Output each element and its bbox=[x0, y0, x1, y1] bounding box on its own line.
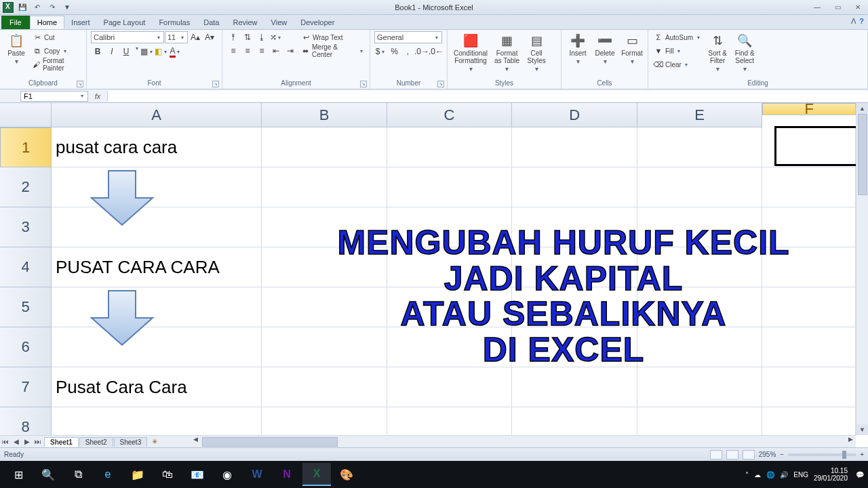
cell-D7[interactable] bbox=[512, 367, 637, 407]
tray-chevron-icon[interactable]: ˄ bbox=[745, 471, 749, 479]
cell-F7[interactable] bbox=[762, 367, 856, 407]
wrap-text-button[interactable]: ↩Wrap Text bbox=[300, 31, 366, 43]
cell-B7[interactable] bbox=[262, 367, 387, 407]
underline-button[interactable]: U bbox=[119, 45, 133, 58]
autosum-button[interactable]: ΣAutoSum▾ bbox=[652, 31, 703, 43]
increase-decimal-icon[interactable]: .0→ bbox=[415, 45, 429, 58]
copy-button[interactable]: ⧉Copy▾ bbox=[31, 45, 82, 57]
row-header-7[interactable]: 7 bbox=[0, 367, 52, 407]
cell-D1[interactable] bbox=[512, 127, 637, 167]
task-view-icon[interactable]: ⧉ bbox=[64, 463, 92, 486]
page-layout-view-icon[interactable] bbox=[726, 450, 738, 460]
merge-center-button[interactable]: ⬌Merge & Center▾ bbox=[300, 45, 366, 57]
font-color-button[interactable]: A▾ bbox=[169, 45, 182, 58]
chrome-icon[interactable]: ◉ bbox=[213, 463, 241, 486]
sheet-tab-sheet2[interactable]: Sheet2 bbox=[79, 437, 113, 447]
notifications-icon[interactable]: 💬 bbox=[856, 471, 864, 479]
paste-button[interactable]: 📋 Paste▾ bbox=[4, 31, 28, 66]
row-header-3[interactable]: 3 bbox=[0, 207, 52, 247]
align-right-icon[interactable]: ≡ bbox=[255, 45, 269, 57]
qat-customize-icon[interactable]: ▼ bbox=[61, 2, 73, 13]
align-center-icon[interactable]: ≡ bbox=[241, 45, 254, 57]
increase-indent-icon[interactable]: ⇥ bbox=[283, 45, 297, 57]
help-icon[interactable]: ? bbox=[859, 17, 864, 26]
tab-page-layout[interactable]: Page Layout bbox=[97, 16, 153, 29]
file-explorer-icon[interactable]: 📁 bbox=[123, 463, 152, 486]
row-header-5[interactable]: 5 bbox=[0, 287, 52, 327]
alignment-launcher-icon[interactable]: ↘ bbox=[360, 81, 367, 87]
row-header-4[interactable]: 4 bbox=[0, 247, 52, 287]
cut-button[interactable]: ✂Cut bbox=[31, 31, 82, 43]
percent-format-icon[interactable]: % bbox=[388, 45, 401, 58]
format-as-table-button[interactable]: ▦Format as Table▾ bbox=[492, 31, 521, 74]
align-bottom-icon[interactable]: ⭳ bbox=[255, 31, 269, 43]
paint-icon[interactable]: 🎨 bbox=[332, 463, 361, 486]
decrease-indent-icon[interactable]: ⇤ bbox=[269, 45, 283, 57]
find-select-button[interactable]: 🔍Find & Select▾ bbox=[732, 31, 757, 74]
tab-developer[interactable]: Developer bbox=[294, 16, 341, 29]
file-tab[interactable]: File bbox=[1, 16, 30, 29]
store-icon[interactable]: 🛍 bbox=[153, 463, 182, 486]
scroll-right-icon[interactable]: ▶ bbox=[845, 436, 856, 447]
sheet-tab-sheet3[interactable]: Sheet3 bbox=[114, 437, 148, 447]
column-header-A[interactable]: A bbox=[52, 103, 262, 127]
cell-F1[interactable] bbox=[762, 127, 856, 167]
down-arrow-shape[interactable] bbox=[88, 287, 156, 348]
underline-dropdown-icon[interactable]: ▾ bbox=[134, 45, 140, 58]
cell-A1[interactable]: pusat cara cara bbox=[52, 127, 262, 167]
scroll-up-icon[interactable]: ▲ bbox=[856, 103, 868, 114]
normal-view-icon[interactable] bbox=[710, 450, 722, 460]
tab-review[interactable]: Review bbox=[226, 16, 264, 29]
zoom-slider[interactable] bbox=[788, 453, 856, 456]
tab-view[interactable]: View bbox=[264, 16, 294, 29]
name-box[interactable]: F1▾ bbox=[20, 91, 88, 102]
scroll-down-icon[interactable]: ▼ bbox=[856, 424, 868, 435]
down-arrow-shape[interactable] bbox=[88, 167, 156, 228]
cell-B2[interactable] bbox=[262, 167, 387, 207]
italic-button[interactable]: I bbox=[105, 45, 119, 58]
word-icon[interactable]: W bbox=[243, 463, 271, 486]
cell-E1[interactable] bbox=[637, 127, 763, 167]
sort-filter-button[interactable]: ⇅Sort & Filter▾ bbox=[705, 31, 730, 74]
align-left-icon[interactable]: ≡ bbox=[226, 45, 240, 57]
zoom-level[interactable]: 295% bbox=[759, 451, 776, 458]
hscroll-thumb[interactable] bbox=[202, 437, 338, 447]
scroll-left-icon[interactable]: ◀ bbox=[190, 436, 201, 447]
orientation-icon[interactable]: ⤮▾ bbox=[269, 31, 283, 43]
close-button[interactable]: ✕ bbox=[848, 0, 868, 15]
search-icon[interactable]: 🔍 bbox=[34, 463, 62, 486]
cell-styles-button[interactable]: ▤Cell Styles▾ bbox=[524, 31, 549, 74]
save-button[interactable]: 💾 bbox=[16, 2, 28, 13]
sheet-nav-last-icon[interactable]: ⏭ bbox=[33, 438, 43, 445]
align-top-icon[interactable]: ⭱ bbox=[226, 31, 240, 43]
row-header-1[interactable]: 1 bbox=[0, 127, 52, 167]
app-icon[interactable]: 📧 bbox=[183, 463, 212, 486]
maximize-button[interactable]: ▭ bbox=[827, 0, 848, 15]
sheet-nav-prev-icon[interactable]: ◀ bbox=[11, 438, 22, 445]
new-sheet-icon[interactable]: ✳ bbox=[149, 438, 161, 445]
fill-color-button[interactable]: ◧▾ bbox=[155, 45, 168, 58]
clipboard-launcher-icon[interactable]: ↘ bbox=[77, 81, 83, 87]
zoom-in-icon[interactable]: + bbox=[860, 451, 864, 458]
font-launcher-icon[interactable]: ↘ bbox=[212, 81, 219, 87]
accounting-format-icon[interactable]: $▾ bbox=[374, 45, 387, 58]
vscroll-thumb[interactable] bbox=[858, 114, 867, 195]
cell-C2[interactable] bbox=[387, 167, 513, 207]
tray-language[interactable]: ENG bbox=[793, 471, 808, 479]
cell-D2[interactable] bbox=[512, 167, 637, 207]
tray-clock[interactable]: 10.15 29/01/2020 bbox=[814, 467, 850, 482]
edge-icon[interactable]: e bbox=[94, 463, 122, 486]
tray-volume-icon[interactable]: 🔊 bbox=[780, 471, 788, 479]
font-name-select[interactable]: Calibri▾ bbox=[91, 31, 164, 43]
decrease-font-icon[interactable]: A▾ bbox=[203, 31, 216, 43]
tab-data[interactable]: Data bbox=[197, 16, 226, 29]
formula-input[interactable] bbox=[107, 91, 868, 102]
number-format-select[interactable]: General▾ bbox=[374, 31, 442, 43]
horizontal-scrollbar[interactable]: ◀ ▶ bbox=[190, 435, 856, 447]
borders-button[interactable]: ▦▾ bbox=[140, 45, 154, 58]
column-header-E[interactable]: E bbox=[637, 103, 763, 127]
column-header-C[interactable]: C bbox=[387, 103, 513, 127]
column-header-D[interactable]: D bbox=[512, 103, 637, 127]
comma-format-icon[interactable]: , bbox=[401, 45, 414, 58]
sheet-nav-first-icon[interactable]: ⏮ bbox=[0, 438, 11, 445]
